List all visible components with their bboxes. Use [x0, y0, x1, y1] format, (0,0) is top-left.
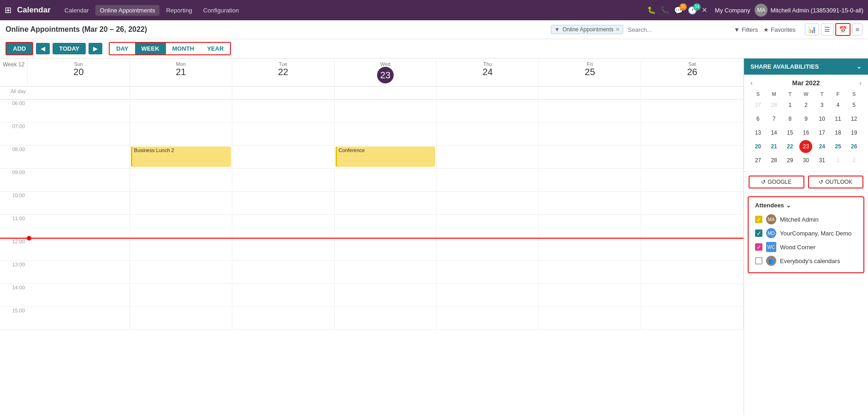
menu-reporting[interactable]: Reporting — [161, 5, 196, 16]
day-cell-col4-hour6[interactable] — [437, 238, 538, 261]
day-view-tab[interactable]: DAY — [110, 43, 135, 54]
day-cell-col1-hour8[interactable] — [130, 284, 232, 307]
day-cell-col2-hour4[interactable] — [232, 192, 334, 215]
day-cell-col6-hour6[interactable] — [641, 238, 743, 261]
day-cell-col3-hour5[interactable] — [335, 215, 437, 238]
bug-icon[interactable]: 🐛 — [647, 6, 656, 14]
day-cell-col2-hour1[interactable] — [232, 123, 334, 146]
mini-cal-day-25[interactable]: 25 — [832, 140, 844, 153]
day-column-mon[interactable]: Business Lunch 2 — [130, 100, 232, 330]
menu-online-appointments[interactable]: Online Appointments — [95, 5, 160, 16]
today-button[interactable]: TODAY — [53, 43, 86, 54]
apps-menu-icon[interactable]: ⊞ — [5, 5, 12, 15]
activity-button[interactable]: 🕐34 — [688, 6, 697, 15]
day-cell-col0-hour1[interactable] — [28, 123, 130, 146]
day-cell-col1-hour0[interactable] — [130, 100, 232, 123]
day-cell-col2-hour0[interactable] — [232, 100, 334, 123]
day-cell-col6-hour8[interactable] — [641, 284, 743, 307]
calendar-view-button[interactable]: 📅 — [835, 23, 850, 36]
day-cell-col4-hour1[interactable] — [437, 123, 538, 146]
day-column-thu[interactable] — [437, 100, 539, 330]
day-cell-col3-hour7[interactable] — [335, 261, 437, 284]
day-cell-col5-hour1[interactable] — [539, 123, 641, 146]
day-column-tue[interactable] — [232, 100, 335, 330]
favorites-button[interactable]: ★ Favorites — [763, 26, 795, 33]
day-cell-col0-hour7[interactable] — [28, 261, 130, 284]
mini-cal-day-19[interactable]: 19 — [848, 126, 861, 139]
mini-cal-day-27[interactable]: 27 — [751, 154, 764, 167]
day-cell-col1-hour9[interactable] — [130, 307, 232, 330]
day-cell-col5-hour4[interactable] — [539, 192, 641, 215]
day-cell-col1-hour7[interactable] — [130, 261, 232, 284]
day-cell-col0-hour9[interactable] — [28, 307, 130, 330]
allday-sun[interactable] — [28, 87, 130, 99]
event-conference[interactable]: Conference — [336, 147, 436, 167]
day-column-sun[interactable] — [28, 100, 130, 330]
outlook-sync-button[interactable]: ↺ OUTLOOK — [808, 176, 864, 188]
attendee-marc-checkbox[interactable]: ✓ — [755, 229, 762, 237]
day-cell-col5-hour8[interactable] — [539, 284, 641, 307]
day-cell-col2-hour3[interactable] — [232, 169, 334, 192]
day-cell-col1-hour5[interactable] — [130, 215, 232, 238]
mini-cal-day-29[interactable]: 29 — [784, 154, 797, 167]
grid-view-button[interactable]: ≡ — [852, 23, 862, 35]
day-cell-col3-hour0[interactable] — [335, 100, 437, 123]
day-cell-col1-hour6[interactable] — [130, 238, 232, 261]
close-icon[interactable]: ✕ — [702, 6, 708, 14]
attendee-mitchell-checkbox[interactable]: ✓ — [755, 216, 762, 223]
search-input[interactable] — [628, 26, 720, 33]
day-cell-col4-hour8[interactable] — [437, 284, 538, 307]
mini-cal-day-8[interactable]: 8 — [784, 112, 797, 125]
mini-cal-day-17[interactable]: 17 — [815, 126, 828, 139]
mini-cal-day-7[interactable]: 7 — [768, 112, 780, 125]
filters-button[interactable]: ▼ Filters — [734, 26, 758, 33]
day-cell-col5-hour6[interactable] — [539, 238, 641, 261]
mini-cal-day-13[interactable]: 13 — [751, 126, 764, 139]
user-menu[interactable]: MA Mitchell Admin (13853091-15-0-all) — [755, 4, 863, 17]
next-button[interactable]: ▶ — [89, 43, 102, 54]
event-business-lunch[interactable]: Business Lunch 2 — [131, 147, 231, 167]
day-cell-col2-hour8[interactable] — [232, 284, 334, 307]
chat-button[interactable]: 💬35 — [674, 6, 683, 15]
mini-cal-day-31[interactable]: 31 — [815, 154, 828, 167]
day-cell-col0-hour6[interactable] — [28, 238, 130, 261]
day-cell-col5-hour2[interactable] — [539, 146, 641, 169]
day-cell-col1-hour4[interactable] — [130, 192, 232, 215]
day-column-sat[interactable] — [641, 100, 744, 330]
day-cell-col6-hour7[interactable] — [641, 261, 743, 284]
allday-tue[interactable] — [232, 87, 335, 99]
day-cell-col4-hour0[interactable] — [437, 100, 538, 123]
mini-cal-day-4[interactable]: 4 — [832, 99, 844, 112]
day-cell-col0-hour3[interactable] — [28, 169, 130, 192]
mini-cal-day-1[interactable]: 1 — [784, 99, 797, 112]
mini-cal-day-24[interactable]: 24 — [815, 140, 828, 153]
day-column-fri[interactable] — [539, 100, 641, 330]
mini-cal-day-18[interactable]: 18 — [832, 126, 844, 139]
mini-cal-day-20[interactable]: 20 — [751, 140, 764, 153]
filter-remove-button[interactable]: ✕ — [615, 26, 620, 33]
mini-cal-day-27[interactable]: 27 — [751, 99, 764, 112]
day-cell-col4-hour3[interactable] — [437, 169, 538, 192]
day-cell-col4-hour4[interactable] — [437, 192, 538, 215]
day-cell-col2-hour7[interactable] — [232, 261, 334, 284]
mini-cal-day-10[interactable]: 10 — [815, 112, 828, 125]
mini-cal-day-2[interactable]: 2 — [799, 99, 812, 112]
day-cell-col2-hour2[interactable] — [232, 146, 334, 169]
allday-wed[interactable] — [335, 87, 437, 99]
attendees-header[interactable]: Attendees ⌄ — [755, 202, 857, 209]
week-view-tab[interactable]: WEEK — [135, 43, 166, 54]
day-cell-col2-hour6[interactable] — [232, 238, 334, 261]
day-cell-col5-hour3[interactable] — [539, 169, 641, 192]
day-cell-col0-hour2[interactable] — [28, 146, 130, 169]
day-cell-col6-hour2[interactable] — [641, 146, 743, 169]
allday-sat[interactable] — [641, 87, 744, 99]
day-cell-col6-hour9[interactable] — [641, 307, 743, 330]
day-cell-col6-hour0[interactable] — [641, 100, 743, 123]
day-cell-col1-hour1[interactable] — [130, 123, 232, 146]
day-cell-col5-hour0[interactable] — [539, 100, 641, 123]
day-cell-col4-hour9[interactable] — [437, 307, 538, 330]
prev-button[interactable]: ◀ — [36, 43, 50, 54]
day-cell-col5-hour7[interactable] — [539, 261, 641, 284]
day-cell-col6-hour5[interactable] — [641, 215, 743, 238]
list-view-button[interactable]: ☰ — [821, 23, 833, 35]
